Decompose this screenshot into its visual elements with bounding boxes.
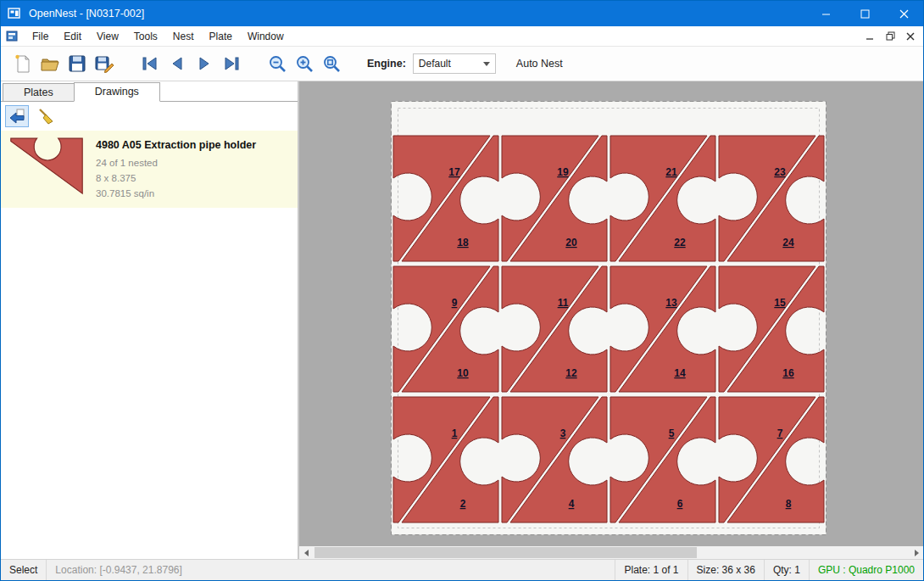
part-number-label: 16 <box>782 367 794 379</box>
drawing-nested-count: 24 of 1 nested <box>96 156 256 171</box>
part-number-label: 20 <box>565 237 577 249</box>
broom-icon <box>36 107 55 126</box>
auto-nest-button[interactable]: Auto Nest <box>516 58 563 70</box>
part-number-label: 7 <box>777 427 783 439</box>
save-as-button[interactable] <box>91 50 118 77</box>
menu-plate[interactable]: Plate <box>202 28 240 45</box>
tab-plates[interactable]: Plates <box>3 83 75 101</box>
part-number-label: 10 <box>457 367 469 379</box>
status-qty: Qty: 1 <box>765 560 809 580</box>
save-edit-icon <box>94 53 115 74</box>
part-number-label: 4 <box>569 498 575 510</box>
nesting-canvas[interactable]: 171819202122232491011121314151612345678 <box>299 81 923 546</box>
drawing-title: 4980 A05 Extraction pipe holder <box>96 139 256 151</box>
mdi-minimize-icon <box>866 32 874 41</box>
open-button[interactable] <box>36 50 64 77</box>
status-location: Location: [-0.9437, 21.8796] <box>47 560 190 580</box>
import-drawing-button[interactable] <box>5 105 29 127</box>
mdi-restore-icon <box>886 31 895 41</box>
titlebar: OpenNest - [N0317-002] <box>1 1 923 26</box>
mdi-minimize-button[interactable] <box>860 28 879 44</box>
drawings-toolbar <box>1 102 298 131</box>
clear-drawings-button[interactable] <box>34 105 58 127</box>
save-icon <box>67 53 87 74</box>
part-number-label: 11 <box>558 297 569 309</box>
engine-value: Default <box>419 58 451 70</box>
sidebar: Plates Drawings <box>1 81 299 559</box>
scroll-left-button[interactable] <box>299 546 313 559</box>
part-number-label: 23 <box>774 166 786 178</box>
mdi-restore-button[interactable] <box>881 28 899 44</box>
first-plate-button[interactable] <box>136 50 164 77</box>
zoom-out-icon <box>268 54 287 74</box>
part-number-label: 24 <box>782 237 794 249</box>
zoom-out-button[interactable] <box>264 50 291 77</box>
drawing-info: 4980 A05 Extraction pipe holder 24 of 1 … <box>96 136 256 201</box>
main-toolbar: Engine: Default Auto Nest <box>1 46 923 81</box>
tab-drawings[interactable]: Drawings <box>74 82 160 102</box>
open-folder-icon <box>40 53 61 74</box>
chevron-down-icon <box>483 62 490 66</box>
zoom-in-button[interactable] <box>291 50 318 77</box>
menu-file[interactable]: File <box>25 28 56 45</box>
part-number-label: 8 <box>786 498 792 510</box>
last-plate-button[interactable] <box>218 50 245 77</box>
part-shape-thumbnail <box>9 137 84 199</box>
part-number-label: 12 <box>565 367 577 379</box>
previous-plate-button[interactable] <box>164 50 191 77</box>
part-number-label: 21 <box>665 166 677 178</box>
horizontal-scrollbar[interactable] <box>299 546 923 559</box>
part-number-label: 5 <box>669 427 675 439</box>
menu-edit[interactable]: Edit <box>56 28 89 45</box>
drawing-list-item[interactable]: 4980 A05 Extraction pipe holder 24 of 1 … <box>1 131 298 208</box>
next-plate-button[interactable] <box>191 50 218 77</box>
scroll-right-button[interactable] <box>910 546 923 559</box>
part-number-label: 2 <box>460 498 466 510</box>
sidebar-tabstrip: Plates Drawings <box>1 81 298 102</box>
part-number-label: 13 <box>665 297 677 309</box>
maximize-button[interactable] <box>845 1 884 26</box>
minimize-button[interactable] <box>806 1 845 26</box>
close-button[interactable] <box>884 1 923 26</box>
plate-svg: 171819202122232491011121314151612345678 <box>391 101 827 535</box>
sidebar-empty-area <box>1 208 298 559</box>
drawing-area: 30.7815 sq/in <box>96 187 256 202</box>
statusbar: Select Location: [-0.9437, 21.8796] Plat… <box>1 559 923 580</box>
last-arrow-icon <box>221 54 242 73</box>
engine-select[interactable]: Default <box>413 53 496 74</box>
part-number-label: 19 <box>557 166 569 178</box>
status-size: Size: 36 x 36 <box>688 560 764 580</box>
mdi-close-button[interactable] <box>901 28 920 44</box>
save-button[interactable] <box>64 50 91 77</box>
part-number-label: 3 <box>560 427 566 439</box>
part-number-label: 9 <box>452 297 458 309</box>
menubar: File Edit View Tools Nest Plate Window <box>1 26 923 46</box>
scrollbar-thumb[interactable] <box>314 547 697 558</box>
new-button[interactable] <box>9 50 36 77</box>
zoom-fit-icon <box>322 54 342 74</box>
application-window: OpenNest - [N0317-002] File Edit View To… <box>0 0 924 581</box>
new-file-icon <box>13 53 33 74</box>
scrollbar-track[interactable] <box>313 546 910 559</box>
canvas-column: 171819202122232491011121314151612345678 <box>299 81 923 559</box>
part-number-label: 15 <box>774 297 786 309</box>
menu-window[interactable]: Window <box>240 28 292 45</box>
maximize-icon <box>860 9 870 19</box>
window-title: OpenNest - [N0317-002] <box>29 8 144 20</box>
content-area: Plates Drawings <box>1 81 923 559</box>
app-icon <box>8 8 22 20</box>
drawing-size: 8 x 8.375 <box>96 171 256 187</box>
part-number-label: 14 <box>674 367 686 379</box>
menu-view[interactable]: View <box>89 28 126 45</box>
first-arrow-icon <box>140 54 160 73</box>
part-number-label: 6 <box>677 498 683 510</box>
menu-tools[interactable]: Tools <box>126 28 165 45</box>
menu-nest[interactable]: Nest <box>165 28 202 45</box>
zoom-fit-button[interactable] <box>318 50 345 77</box>
document-icon <box>6 31 19 42</box>
part-number-label: 22 <box>674 237 686 249</box>
part-number-label: 17 <box>448 166 460 178</box>
close-icon <box>899 9 909 19</box>
previous-arrow-icon <box>167 54 187 73</box>
mdi-close-icon <box>906 32 915 41</box>
